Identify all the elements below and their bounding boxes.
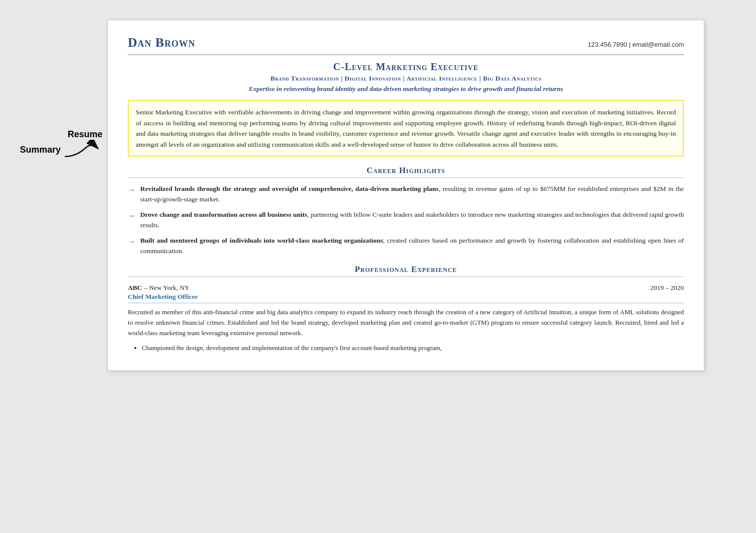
- summary-box: Senior Marketing Executive with verifiab…: [128, 100, 684, 157]
- exp-header-row: ABC – New York, NY 2019 – 2020: [128, 283, 684, 292]
- highlights-list: → Revitalized brands through the strateg…: [128, 184, 684, 257]
- company-info: ABC – New York, NY: [128, 283, 189, 292]
- career-highlights-title: Career Highlights: [367, 166, 445, 175]
- page-wrapper: Resume Summary Dan Brown 123.456.7890 | …: [0, 10, 756, 381]
- summary-text: Senior Marketing Executive with verifiab…: [136, 108, 676, 148]
- career-highlights-header: Career Highlights: [128, 166, 684, 176]
- expertise-line: Expertise in reinventing brand identity …: [128, 85, 684, 93]
- annotation-label-line2: Summary: [20, 145, 61, 155]
- list-item: → Built and mentored groups of individua…: [128, 236, 684, 257]
- highlight-text-1: Revitalized brands through the strategy …: [140, 184, 684, 205]
- professional-experience-header: Professional Experience: [128, 265, 684, 274]
- career-highlights-divider: [128, 178, 684, 178]
- bullet-arrow-icon: →: [128, 210, 135, 222]
- bullet-arrow-icon: →: [128, 184, 135, 196]
- company-location: New York, NY: [149, 284, 189, 291]
- highlight-text-2: Drove change and transformation across a…: [140, 210, 684, 231]
- job-entry: ABC – New York, NY 2019 – 2020 Chief Mar…: [128, 283, 684, 354]
- highlight-bold-3: Built and mentored groups of individuals…: [140, 237, 383, 244]
- company-name: ABC: [128, 284, 142, 291]
- highlight-bold-2: Drove change and transformation across a…: [140, 211, 307, 218]
- job-role: Chief Marketing Officer: [128, 293, 684, 303]
- highlight-bold-1: Revitalized brands through the strategy …: [140, 185, 439, 192]
- professional-experience-divider: [128, 276, 684, 277]
- company-dash: –: [144, 284, 149, 291]
- exp-bullets: Championed the design, development and i…: [142, 343, 684, 354]
- resume-card: Dan Brown 123.456.7890 | email@email.com…: [107, 20, 704, 371]
- specialties: Brand Transformation | Digital Innovatio…: [128, 75, 684, 83]
- professional-experience-title: Professional Experience: [355, 265, 457, 274]
- highlight-text-3: Built and mentored groups of individuals…: [140, 236, 684, 257]
- contact-info: 123.456.7890 | email@email.com: [587, 41, 684, 48]
- list-item: → Drove change and transformation across…: [128, 210, 684, 231]
- annotation-arrow-icon: [63, 140, 102, 160]
- title-section: C-Level Marketing Executive Brand Transf…: [128, 61, 684, 93]
- date-range: 2019 – 2020: [651, 284, 684, 292]
- candidate-name: Dan Brown: [128, 35, 195, 50]
- exp-bullet-item: Championed the design, development and i…: [142, 343, 684, 354]
- list-item: → Revitalized brands through the strateg…: [128, 184, 684, 205]
- sidebar-annotation: Resume Summary: [20, 20, 107, 160]
- resume-header: Dan Brown 123.456.7890 | email@email.com: [128, 35, 684, 55]
- exp-description: Recruited as member of this anti-financi…: [128, 307, 684, 338]
- bullet-arrow-icon: →: [128, 236, 135, 248]
- job-title: C-Level Marketing Executive: [128, 61, 684, 73]
- annotation-label: Resume: [68, 129, 102, 140]
